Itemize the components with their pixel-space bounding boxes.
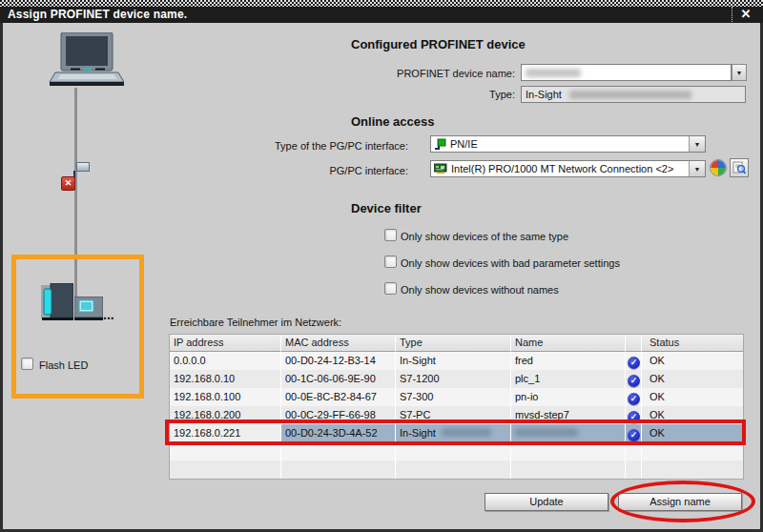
device-name-dropdown-arrow[interactable]: ▼ (732, 64, 747, 81)
cell-ip: 192.168.0.10 (170, 370, 281, 388)
close-icon[interactable]: ✕ (732, 7, 759, 22)
table-row-empty[interactable] (170, 460, 743, 479)
col-type: Type (396, 335, 511, 352)
target-device-highlight-box (11, 255, 144, 399)
cell-name: pn-io (511, 388, 626, 406)
io-device-icon (74, 297, 103, 320)
laptop-icon (48, 32, 124, 90)
device-name-label: PROFINET device name: (286, 68, 515, 79)
status-ok-icon: ✓ (626, 370, 642, 388)
cell-ip: 192.168.0.200 (170, 406, 281, 424)
filter-same-type-label: Only show devices of the same type (401, 231, 568, 242)
cell-status: OK (642, 424, 743, 442)
cell-type: S7-300 (396, 388, 511, 406)
cell-mac: 00-D0-24-3D-4A-52 (281, 424, 396, 442)
status-ok-icon: ✓ (626, 406, 642, 424)
pgpc-interface-value: Intel(R) PRO/1000 MT Network Connection … (451, 163, 673, 174)
cell-type: S7-1200 (396, 370, 511, 388)
table-row[interactable]: 192.168.0.100 00-0E-8C-B2-84-67 S7-300 p… (170, 388, 743, 406)
assign-name-button[interactable]: Assign name (618, 493, 742, 511)
col-name: Name (511, 335, 626, 352)
table-caption: Erreichbare Teilnehmer im Netzwerk: (170, 317, 341, 328)
status-ok-icon: ✓ (626, 424, 642, 442)
cell-status: OK (642, 406, 743, 424)
cell-ip: 192.168.0.100 (170, 388, 281, 406)
status-ok-icon: ✓ (626, 352, 642, 370)
reachable-devices-table: IP address MAC address Type Name Status … (169, 334, 744, 480)
cell-mac: 00-D0-24-12-B3-14 (281, 352, 396, 370)
table-row-selected[interactable]: 192.168.0.221 00-D0-24-3D-4A-52 In-Sight… (170, 424, 743, 442)
type-value: In-Sight (526, 89, 562, 100)
cell-name: mvsd-step7 (511, 406, 626, 424)
type-field: In-Sight (521, 86, 746, 103)
window-border-left (0, 23, 3, 532)
update-button[interactable]: Update (485, 493, 608, 511)
cell-status: OK (642, 370, 743, 388)
interface-type-dropdown-arrow[interactable]: ▼ (689, 136, 705, 152)
pn-ie-icon (434, 138, 446, 151)
table-row[interactable]: 0.0.0.0 00-D0-24-12-B3-14 In-Sight fred … (170, 352, 743, 370)
cell-mac: 00-0C-29-FF-66-98 (281, 406, 396, 424)
dialog-title: Assign PROFINET device name. (8, 8, 187, 21)
magnifier-icon[interactable] (730, 158, 749, 177)
plc-device-icon (41, 283, 73, 321)
table-row-empty[interactable] (170, 442, 743, 460)
assign-profinet-device-name-dialog: Assign PROFINET device name. ✕ ✕ ... Fla… (0, 0, 763, 532)
interface-type-combo[interactable]: PN/IE ▼ (430, 135, 706, 153)
redacted-name (515, 428, 578, 437)
online-access-heading: Online access (351, 114, 434, 129)
cell-ip: 192.168.0.221 (170, 424, 281, 442)
shield-icon[interactable] (709, 158, 728, 177)
filter-same-type-checkbox[interactable] (384, 229, 397, 241)
table-row[interactable]: 192.168.0.200 00-0C-29-FF-66-98 S7-PC mv… (170, 406, 743, 424)
interface-type-value: PN/IE (450, 138, 478, 150)
redacted-type (442, 428, 491, 437)
col-mac-address: MAC address (281, 335, 396, 352)
disconnected-badge-icon: ✕ (61, 176, 75, 191)
flash-led-checkbox[interactable] (21, 358, 33, 370)
cell-type: In-Sight (396, 352, 511, 370)
table-row[interactable]: 192.168.0.10 00-1C-06-06-9E-90 S7-1200 p… (170, 370, 743, 388)
col-status-icon (626, 335, 642, 352)
pgpc-interface-dropdown-arrow[interactable]: ▼ (689, 161, 705, 176)
more-devices-ellipsis: ... (103, 307, 114, 322)
cell-name (511, 424, 626, 442)
cell-type: In-Sight (396, 424, 511, 442)
configured-device-heading: Configured PROFINET device (351, 37, 526, 51)
cell-name: plc_1 (511, 370, 626, 388)
title-bar: Assign PROFINET device name. ✕ (0, 0, 763, 23)
type-label: Type: (286, 89, 515, 100)
redacted-device-name (526, 69, 581, 77)
filter-without-names-checkbox[interactable] (384, 282, 397, 295)
cell-status: OK (642, 388, 743, 406)
col-status: Status (642, 335, 743, 352)
status-ok-icon: ✓ (626, 388, 642, 406)
filter-without-names-label: Only show devices without names (401, 284, 559, 296)
device-name-input[interactable] (521, 64, 732, 81)
redacted-type-suffix (569, 91, 691, 99)
pgpc-interface-combo[interactable]: Intel(R) PRO/1000 MT Network Connection … (430, 160, 706, 177)
cell-type: S7-PC (396, 406, 511, 424)
cell-name: fred (511, 352, 626, 370)
filter-bad-params-label: Only show devices with bad parameter set… (401, 257, 620, 269)
cell-mac: 00-1C-06-06-9E-90 (281, 370, 396, 388)
cell-status: OK (642, 352, 743, 370)
table-header-row: IP address MAC address Type Name Status (170, 335, 743, 352)
filter-bad-params-checkbox[interactable] (384, 256, 397, 268)
col-ip-address: IP address (170, 335, 281, 352)
cell-mac: 00-0E-8C-B2-84-67 (281, 388, 396, 406)
interface-type-label: Type of the PG/PC interface: (172, 140, 408, 152)
device-filter-heading: Device filter (351, 201, 422, 215)
pgpc-interface-label: PG/PC interface: (172, 165, 408, 176)
connector-icon (76, 162, 90, 172)
flash-led-label: Flash LED (39, 359, 88, 371)
network-card-icon (434, 163, 447, 174)
cell-ip: 0.0.0.0 (170, 352, 281, 370)
